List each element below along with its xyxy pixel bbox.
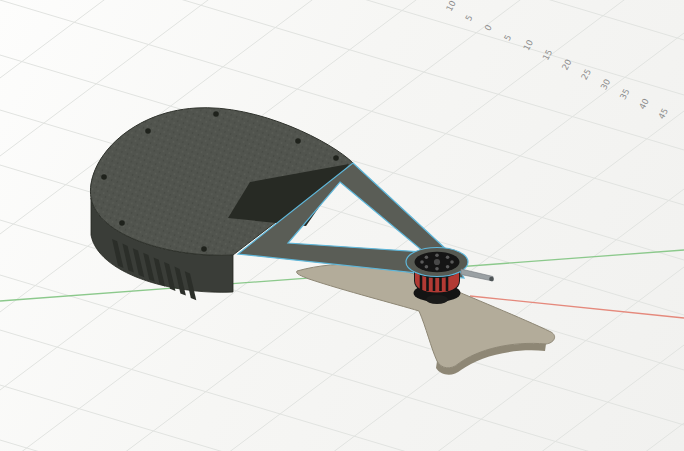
shaft-tip bbox=[489, 277, 494, 282]
mounting-hole[interactable] bbox=[201, 246, 207, 252]
mounting-hole[interactable] bbox=[295, 138, 301, 144]
grid-line bbox=[0, 275, 684, 451]
ruler-tick-label: 10 bbox=[444, 0, 458, 13]
ruler-tick-label: 30 bbox=[598, 77, 612, 91]
motor-bolt bbox=[425, 255, 429, 259]
view-ruler: 105051015202530354045 bbox=[444, 0, 670, 121]
motor-bolt bbox=[420, 260, 424, 264]
motor-bolt bbox=[446, 265, 450, 269]
motor-shaft[interactable] bbox=[461, 269, 493, 281]
grid-line bbox=[0, 0, 684, 40]
ruler-tick-label: 40 bbox=[637, 97, 651, 111]
mounting-hole[interactable] bbox=[101, 174, 107, 180]
mounting-hole[interactable] bbox=[145, 128, 151, 134]
grid-line bbox=[0, 267, 684, 451]
mounting-hole[interactable] bbox=[333, 155, 339, 161]
motor-bolt bbox=[435, 253, 439, 257]
viewport-canvas[interactable]: 105051015202530354045 bbox=[0, 0, 684, 451]
cad-viewport[interactable]: 105051015202530354045 bbox=[0, 0, 684, 451]
ruler-tick-label: 25 bbox=[579, 67, 593, 81]
ruler-tick-label: 15 bbox=[540, 48, 554, 62]
ruler-tick-label: 20 bbox=[560, 57, 574, 71]
ruler-tick-label: 5 bbox=[463, 13, 474, 22]
ruler-tick-label: 45 bbox=[656, 106, 670, 120]
motor-center-hub bbox=[434, 259, 440, 265]
motor-bolt bbox=[446, 255, 450, 259]
motor-bolt bbox=[435, 267, 439, 271]
grid-line bbox=[0, 0, 684, 78]
ruler-tick-label: 0 bbox=[483, 23, 494, 32]
mounting-hole[interactable] bbox=[213, 111, 219, 117]
motor-bolt bbox=[425, 265, 429, 269]
grid-line bbox=[0, 423, 684, 451]
mounting-hole[interactable] bbox=[119, 220, 125, 226]
motor-bolt bbox=[450, 260, 454, 264]
motor-blade-mount bbox=[426, 295, 448, 304]
motor[interactable] bbox=[406, 248, 494, 305]
grid-line bbox=[0, 385, 684, 451]
ruler-tick-label: 35 bbox=[618, 87, 632, 101]
model-assembly[interactable] bbox=[90, 108, 554, 375]
